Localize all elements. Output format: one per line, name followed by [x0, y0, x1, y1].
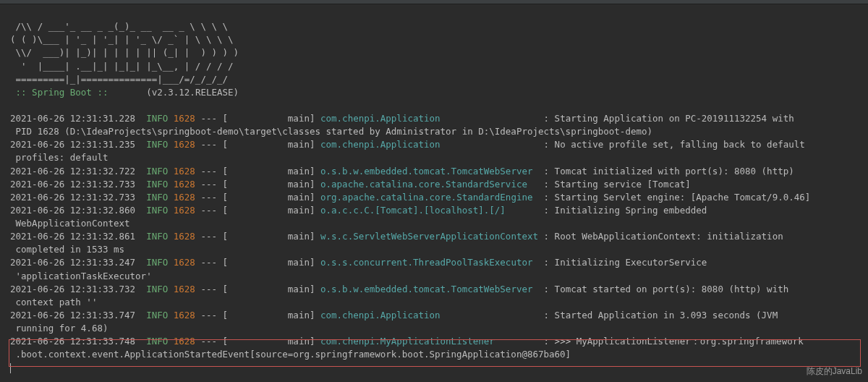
log-thread: main] — [288, 113, 320, 124]
log-thread: main] — [288, 192, 320, 203]
log-line: 2021-06-26 12:31:33.748 INFO 1628 --- [ … — [10, 335, 868, 348]
log-line-cont: 'applicationTaskExecutor' — [10, 270, 868, 283]
log-level: INFO — [146, 166, 168, 177]
log-pid: 1628 — [174, 179, 195, 190]
console-output[interactable]: /\\ / ___'_ __ _ _(_)_ __ __ _ \ \ \ \ (… — [0, 4, 868, 378]
log-timestamp: 2021-06-26 12:31:33.747 — [10, 310, 135, 321]
log-thread: main] — [288, 231, 320, 242]
log-message: : Tomcat initialized with port(s): 8080 … — [538, 166, 794, 177]
log-level: INFO — [146, 139, 168, 150]
log-line: 2021-06-26 12:31:32.733 INFO 1628 --- [ … — [10, 191, 868, 204]
log-logger: o.apache.catalina.core.StandardService — [320, 179, 538, 190]
log-pid: 1628 — [174, 166, 195, 177]
log-area: 2021-06-26 12:31:31.228 INFO 1628 --- [ … — [10, 112, 868, 361]
log-separator: --- [ — [195, 336, 288, 347]
log-timestamp: 2021-06-26 12:31:33.732 — [10, 284, 135, 294]
log-pid: 1628 — [174, 192, 195, 203]
log-timestamp: 2021-06-26 12:31:32.861 — [10, 231, 135, 242]
log-pid: 1628 — [174, 257, 195, 268]
log-level: INFO — [146, 231, 168, 242]
log-timestamp: 2021-06-26 12:31:33.748 — [10, 336, 135, 347]
log-thread: main] — [288, 284, 320, 294]
log-logger: o.a.c.c.C.[Tomcat].[localhost].[/] — [320, 205, 538, 216]
log-line: 2021-06-26 12:31:31.235 INFO 1628 --- [ … — [10, 138, 868, 151]
log-message: : Starting service [Tomcat] — [538, 179, 691, 190]
log-separator: --- [ — [195, 310, 288, 321]
log-line: 2021-06-26 12:31:33.747 INFO 1628 --- [ … — [10, 309, 868, 322]
log-line: 2021-06-26 12:31:32.722 INFO 1628 --- [ … — [10, 165, 868, 178]
log-line: 2021-06-26 12:31:32.860 INFO 1628 --- [ … — [10, 204, 868, 217]
log-line-cont: completed in 1533 ms — [10, 243, 868, 256]
log-level: INFO — [146, 257, 168, 268]
log-thread: main] — [288, 179, 320, 190]
log-timestamp: 2021-06-26 12:31:32.733 — [10, 179, 135, 190]
log-thread: main] — [288, 336, 320, 347]
log-thread: main] — [288, 205, 320, 216]
log-line: 2021-06-26 12:31:32.733 INFO 1628 --- [ … — [10, 178, 868, 191]
log-message-cont: WebApplicationContext — [10, 218, 130, 229]
log-timestamp: 2021-06-26 12:31:31.235 — [10, 139, 135, 150]
log-logger: com.chenpi.Application — [320, 310, 538, 321]
log-message-cont: running for 4.68) — [10, 323, 108, 334]
log-logger: o.s.b.w.embedded.tomcat.TomcatWebServer — [320, 284, 538, 294]
log-message: : Initializing Spring embedded — [538, 205, 707, 216]
log-logger: o.s.s.concurrent.ThreadPoolTaskExecutor — [320, 257, 538, 268]
log-line-cont: profiles: default — [10, 151, 868, 164]
log-separator: --- [ — [195, 205, 288, 216]
log-logger: com.chenpi.Application — [320, 113, 538, 124]
log-timestamp: 2021-06-26 12:31:33.247 — [10, 257, 135, 268]
log-separator: --- [ — [195, 113, 288, 124]
banner-line: /\\ / ___'_ __ _ _(_)_ __ __ _ \ \ \ \ — [10, 21, 228, 32]
banner-line: \\/ ___)| |_)| | | | | || (_| | ) ) ) ) — [10, 47, 239, 58]
log-pid: 1628 — [174, 113, 195, 124]
log-separator: --- [ — [195, 284, 288, 294]
log-message: : Root WebApplicationContext: initializa… — [538, 231, 783, 242]
watermark: 陈皮的JavaLib — [807, 365, 862, 378]
log-line-cont: running for 4.68) — [10, 322, 868, 335]
log-message: : Initializing ExecutorService — [538, 257, 707, 268]
banner-line: ( ( )\___ | '_ | '_| | '_ \/ _` | \ \ \ … — [10, 34, 234, 45]
log-level: INFO — [146, 284, 168, 294]
log-pid: 1628 — [174, 310, 195, 321]
log-line: 2021-06-26 12:31:33.732 INFO 1628 --- [ … — [10, 283, 868, 296]
log-message-cont: context path '' — [10, 297, 97, 307]
log-thread: main] — [288, 310, 320, 321]
log-logger: o.s.b.w.embedded.tomcat.TomcatWebServer — [320, 166, 538, 177]
log-timestamp: 2021-06-26 12:31:32.722 — [10, 166, 135, 177]
log-logger: com.chenpi.Application — [320, 139, 538, 150]
log-thread: main] — [288, 139, 320, 150]
cursor — [10, 363, 11, 373]
log-thread: main] — [288, 257, 320, 268]
log-level: INFO — [146, 205, 168, 216]
banner-line: =========|_|==============|___/=/_/_/_/ — [10, 74, 228, 85]
log-message-cont: profiles: default — [10, 152, 108, 163]
log-level: INFO — [146, 113, 168, 124]
log-line: 2021-06-26 12:31:32.861 INFO 1628 --- [ … — [10, 230, 868, 243]
log-timestamp: 2021-06-26 12:31:31.228 — [10, 113, 135, 124]
log-logger: org.apache.catalina.core.StandardEngine — [320, 192, 538, 203]
log-line-cont: context path '' — [10, 296, 868, 309]
log-line-cont: WebApplicationContext — [10, 217, 868, 230]
log-separator: --- [ — [195, 231, 288, 242]
log-level: INFO — [146, 310, 168, 321]
log-message: : Starting Servlet engine: [Apache Tomca… — [538, 192, 810, 203]
log-timestamp: 2021-06-26 12:31:32.733 — [10, 192, 135, 203]
log-pid: 1628 — [174, 139, 195, 150]
log-level: INFO — [146, 192, 168, 203]
log-message-cont: .boot.context.event.ApplicationStartedEv… — [10, 349, 571, 360]
log-logger: w.s.c.ServletWebServerApplicationContext — [320, 231, 538, 242]
log-message: : Starting Application on PC-20191113225… — [538, 113, 794, 124]
log-separator: --- [ — [195, 192, 288, 203]
log-message-cont: 'applicationTaskExecutor' — [10, 271, 152, 281]
log-message: : Tomcat started on port(s): 8080 (http)… — [538, 284, 788, 294]
log-message: : No active profile set, falling back to… — [538, 139, 805, 150]
log-line: 2021-06-26 12:31:31.228 INFO 1628 --- [ … — [10, 112, 868, 125]
log-message-cont: PID 1628 (D:\IdeaProjects\springboot-dem… — [10, 126, 652, 137]
log-timestamp: 2021-06-26 12:31:32.860 — [10, 205, 135, 216]
log-separator: --- [ — [195, 166, 288, 177]
log-message-cont: completed in 1533 ms — [10, 244, 124, 255]
log-pid: 1628 — [174, 336, 195, 347]
log-thread: main] — [288, 166, 320, 177]
banner-line: ' |____| .__|_| |_|_| |_\__, | / / / / — [10, 61, 234, 72]
log-separator: --- [ — [195, 257, 288, 268]
